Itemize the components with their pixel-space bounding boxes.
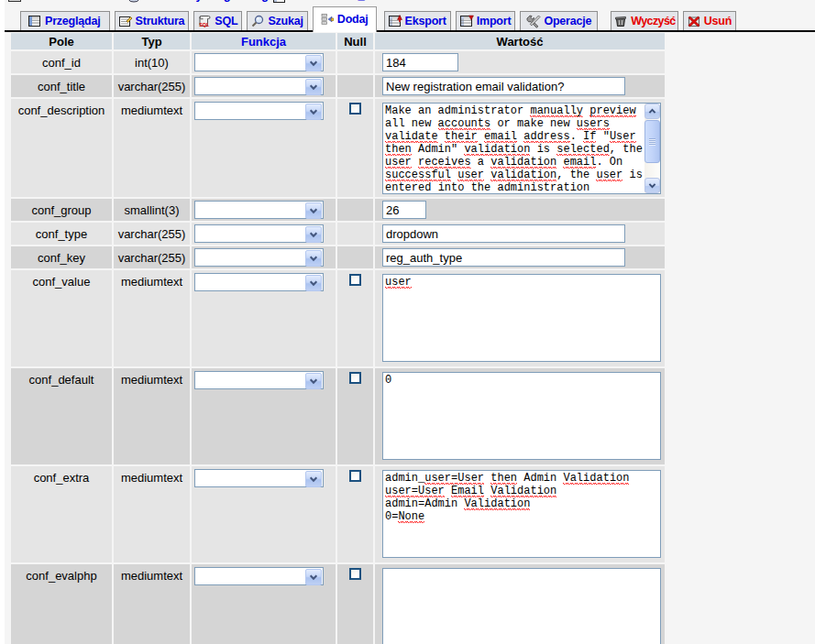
text-segment: a <box>471 156 491 169</box>
field-type-conf_evalphp: mediumtext <box>114 564 190 644</box>
function-select-conf_evalphp[interactable] <box>194 567 324 585</box>
select-arrow-button[interactable] <box>305 569 322 585</box>
null-cell-conf_default <box>337 368 373 464</box>
misspelled-word: user <box>596 169 622 181</box>
text-segment: . <box>570 130 583 143</box>
null-checkbox-conf_evalphp[interactable] <box>349 568 361 580</box>
misspelled-word: email <box>484 130 517 143</box>
chevron-down-icon <box>307 81 320 93</box>
tab-drop[interactable]: Usuń <box>683 11 736 30</box>
value-textarea-conf_extra[interactable]: admin_user=User then Admin Validationuse… <box>382 470 661 558</box>
tab-structure-label: Struktura <box>136 15 185 27</box>
misspelled-word: validation <box>464 143 530 156</box>
breadcrumb-database-link[interactable]: Baza danych: geeklog <box>143 0 269 2</box>
scrollbar-thumb-grip <box>649 138 655 146</box>
function-select-conf_description[interactable] <box>194 102 324 120</box>
tab-search[interactable]: Szukaj <box>247 11 307 30</box>
value-input-conf_id[interactable] <box>382 53 458 71</box>
tab-browse[interactable]: Przeglądaj <box>20 11 110 30</box>
tab-sql[interactable]: SQLSQL <box>193 11 242 30</box>
scrollbar-up-button[interactable] <box>644 104 660 119</box>
misspelled-word: users <box>577 117 610 130</box>
misspelled-word: user <box>385 276 412 289</box>
table-header-row: Pole Typ Funkcja Null Wartość <box>11 33 665 49</box>
field-type-conf_group: smallint(3) <box>114 199 190 221</box>
search-icon <box>250 14 265 28</box>
field-name-conf_title: conf_title <box>11 75 112 97</box>
function-header-link[interactable]: Funkcja <box>241 35 286 49</box>
table-row-conf_group: conf_groupsmallint(3) <box>11 199 665 221</box>
null-checkbox-conf_default[interactable] <box>349 372 361 384</box>
tab-export[interactable]: Eksport <box>384 11 451 30</box>
tab-structure[interactable]: Struktura <box>115 11 190 30</box>
function-select-conf_default[interactable] <box>194 371 324 389</box>
misspelled-word: user=User <box>385 485 445 497</box>
operations-icon <box>526 14 541 28</box>
select-arrow-button[interactable] <box>305 202 322 219</box>
field-type-conf_type: varchar(255) <box>114 223 190 245</box>
table-row-conf_id: conf_idint(10) <box>11 51 665 73</box>
value-cell-conf_type <box>375 223 665 245</box>
select-arrow-button[interactable] <box>305 250 322 267</box>
null-checkbox-conf_description[interactable] <box>349 103 361 115</box>
text-segment <box>412 156 418 169</box>
tab-operations[interactable]: Operacje <box>520 11 598 30</box>
select-arrow-button[interactable] <box>305 226 322 243</box>
insert-form-header: Pole Typ Funkcja Null Wartość <box>11 33 665 49</box>
misspelled-word: validation <box>490 156 556 169</box>
chevron-down-icon <box>307 228 320 241</box>
field-name-conf_id: conf_id <box>11 51 112 73</box>
select-arrow-button[interactable] <box>305 373 322 389</box>
server-icon <box>7 0 22 5</box>
function-select-conf_title[interactable] <box>194 77 324 95</box>
null-cell-conf_group <box>337 199 373 221</box>
value-textarea-conf_evalphp[interactable] <box>382 568 661 644</box>
select-arrow-button[interactable] <box>305 55 322 71</box>
table-row-conf_key: conf_keyvarchar(255) <box>11 246 665 268</box>
function-select-conf_group[interactable] <box>194 201 324 219</box>
breadcrumb-table-link[interactable]: Tabela: conf_values <box>289 0 402 2</box>
import-icon <box>459 14 474 28</box>
value-textarea-conf_description[interactable]: Make an administrator manually previewal… <box>382 103 661 194</box>
value-textarea-conf_value[interactable]: user <box>382 274 661 362</box>
tab-insert[interactable]: Dodaj <box>313 6 377 32</box>
value-cell-conf_title <box>375 75 665 97</box>
function-select-conf_extra[interactable] <box>194 469 324 487</box>
tab-empty[interactable]: Wyczyść <box>611 11 677 30</box>
scrollbar-thumb[interactable] <box>644 120 660 163</box>
textarea-scrollbar[interactable] <box>644 104 660 193</box>
field-type-conf_key: varchar(255) <box>114 246 190 268</box>
select-arrow-button[interactable] <box>305 275 322 291</box>
null-checkbox-conf_extra[interactable] <box>349 470 361 482</box>
field-type-conf_extra: mediumtext <box>114 466 190 562</box>
database-icon <box>127 0 141 5</box>
empty-icon <box>613 14 628 28</box>
scroll-down-icon <box>646 180 658 191</box>
misspelled-word: administration <box>497 181 589 192</box>
null-checkbox-conf_value[interactable] <box>349 274 361 286</box>
scrollbar-down-button[interactable] <box>644 178 660 193</box>
textarea-line: all new accounts or make new users <box>385 117 644 130</box>
function-select-conf_value[interactable] <box>194 273 324 291</box>
chevron-down-icon <box>307 204 320 217</box>
breadcrumb-server-link[interactable]: Serwer: localhost <box>24 0 123 2</box>
tab-insert-label: Dodaj <box>337 13 369 26</box>
function-select-conf_key[interactable] <box>194 248 324 267</box>
tab-import-label: Import <box>477 15 512 27</box>
select-arrow-button[interactable] <box>305 104 322 120</box>
function-select-conf_type[interactable] <box>194 224 324 243</box>
tab-import[interactable]: Import <box>456 11 516 30</box>
select-arrow-button[interactable] <box>305 79 322 95</box>
select-arrow-button[interactable] <box>305 471 322 487</box>
value-input-conf_title[interactable] <box>382 77 625 95</box>
function-cell-conf_extra <box>192 466 336 562</box>
function-select-conf_id[interactable] <box>194 53 324 71</box>
null-cell-conf_evalphp <box>337 564 373 644</box>
value-textarea-conf_default[interactable]: 0 <box>382 372 661 460</box>
value-input-conf_key[interactable] <box>382 248 625 267</box>
tab-bar: PrzeglądajStrukturaSQLSQLSzukajDodajEksp… <box>0 7 815 32</box>
value-input-conf_type[interactable] <box>382 224 625 243</box>
value-input-conf_group[interactable] <box>382 201 426 219</box>
svg-text:SQL: SQL <box>200 22 211 27</box>
misspelled-word: successful <box>385 169 451 181</box>
